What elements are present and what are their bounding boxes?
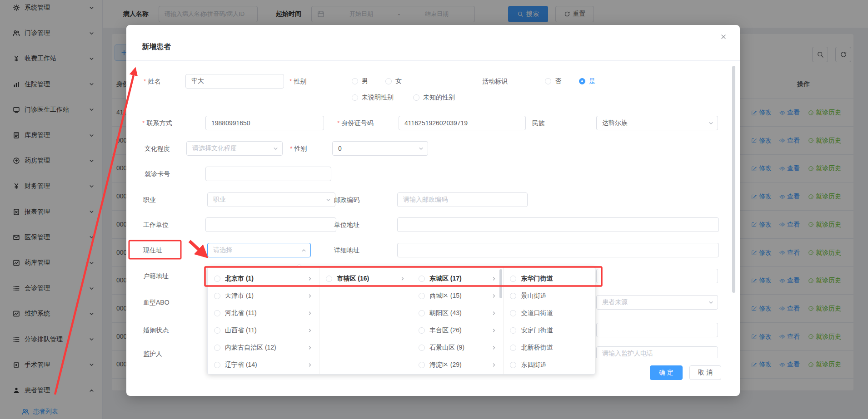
gender-radio-unstated[interactable]: 未说明性别 xyxy=(352,90,394,105)
radio-icon xyxy=(510,327,516,334)
cascader-column-1: 北京市 (1)天津市 (1)河北省 (11)山西省 (11)内蒙古自治区 (12… xyxy=(208,267,319,374)
chevron-right-icon xyxy=(307,362,313,368)
cascader-option[interactable]: 海淀区 (29) xyxy=(412,356,504,374)
cascader-option[interactable]: 河北省 (11) xyxy=(208,305,319,322)
cascader-option[interactable]: 市辖区 (16) xyxy=(319,270,412,287)
cascader-option[interactable]: 朝阳区 (43) xyxy=(412,305,504,322)
radio-icon xyxy=(214,345,220,351)
name-label: 姓名 xyxy=(144,74,160,89)
occupation-select[interactable]: 职业 xyxy=(207,192,335,207)
radio-icon xyxy=(510,362,516,368)
radio-icon xyxy=(419,293,425,299)
chevron-down-icon xyxy=(708,120,714,126)
name-input[interactable]: 牢大 xyxy=(185,74,284,89)
chevron-right-icon xyxy=(307,311,313,316)
radio-icon xyxy=(419,362,425,368)
radio-icon xyxy=(214,362,220,368)
cascader-option[interactable]: 内蒙古自治区 (12) xyxy=(208,339,319,356)
chevron-down-icon xyxy=(418,146,424,152)
current-address-cascader[interactable]: 请选择 xyxy=(207,243,311,257)
ethnicity-label: 民族 xyxy=(532,116,545,130)
contact-label: 联系方式 xyxy=(142,116,172,130)
detail-address-input[interactable] xyxy=(397,243,719,257)
occupation-label: 职业 xyxy=(143,192,156,207)
cascader-scrollbar[interactable] xyxy=(499,269,502,298)
active-flag-radio-yes[interactable]: 是 xyxy=(579,74,595,89)
chevron-right-icon xyxy=(491,311,497,316)
id-number-input[interactable]: 411625192602039719 xyxy=(399,116,526,130)
radio-icon xyxy=(510,310,516,316)
patient-source-select[interactable]: 患者来源 xyxy=(596,295,718,310)
detail-address-label: 详细地址 xyxy=(334,243,359,257)
contact-input[interactable]: 19880991650 xyxy=(205,116,324,130)
chevron-right-icon xyxy=(491,293,497,299)
chevron-down-icon xyxy=(325,197,331,203)
cascader-option[interactable]: 东城区 (17) xyxy=(412,270,504,287)
household-detail-input[interactable] xyxy=(596,269,718,283)
radio-icon xyxy=(214,293,220,299)
cascader-option[interactable]: 辽宁省 (14) xyxy=(208,356,319,374)
marital-detail-input[interactable] xyxy=(596,323,718,337)
chevron-right-icon xyxy=(400,276,405,281)
radio-icon xyxy=(419,276,425,282)
work-unit-input[interactable] xyxy=(205,217,336,232)
chevron-up-icon xyxy=(301,247,307,253)
chevron-right-icon xyxy=(491,345,497,350)
ethnicity-select[interactable]: 达斡尔族 xyxy=(596,116,718,130)
postal-code-label: 邮政编码 xyxy=(334,192,359,207)
confirm-button[interactable]: 确 定 xyxy=(650,365,683,380)
card-no-label: 就诊卡号 xyxy=(145,167,170,181)
active-flag-label: 活动标识 xyxy=(482,74,508,89)
blood-type-label: 血型ABO xyxy=(143,295,170,310)
cascader-option[interactable]: 丰台区 (26) xyxy=(412,322,504,339)
cascader-option[interactable]: 安定门街道 xyxy=(504,322,595,339)
chevron-right-icon xyxy=(307,328,313,333)
cascader-option[interactable]: 北新桥街道 xyxy=(504,339,595,356)
gender-radio-unknown[interactable]: 未知的性别 xyxy=(413,90,455,105)
cascader-column-4: 东华门街道景山街道交道口街道安定门街道北新桥街道东四街道 xyxy=(504,267,595,374)
cascader-panel: 北京市 (1)天津市 (1)河北省 (11)山西省 (11)内蒙古自治区 (12… xyxy=(208,267,595,374)
gender-radio-female[interactable]: 女 xyxy=(385,74,402,89)
radio-icon xyxy=(545,78,551,84)
cascader-option[interactable]: 交道口街道 xyxy=(504,305,595,322)
cascader-column-3: 东城区 (17)西城区 (15)朝阳区 (43)丰台区 (26)石景山区 (9)… xyxy=(412,267,504,374)
chevron-right-icon xyxy=(491,276,497,281)
radio-icon xyxy=(326,276,332,282)
radio-icon xyxy=(419,345,425,351)
active-flag-radio-no[interactable]: 否 xyxy=(545,74,561,89)
chevron-right-icon xyxy=(491,362,497,368)
screen: 系统管理门诊管理收费工作站住院管理门诊医生工作站库房管理药房管理财务管理报表管理… xyxy=(0,0,868,419)
gender2-select[interactable]: 0 xyxy=(332,141,428,156)
cancel-button[interactable]: 取 消 xyxy=(689,365,721,380)
gender-label: 性别 xyxy=(289,74,306,89)
household-address-label: 户籍地址 xyxy=(143,269,169,283)
cascader-column-2: 市辖区 (16) xyxy=(319,267,412,374)
chevron-right-icon xyxy=(307,345,313,350)
id-number-label: 身份证号码 xyxy=(337,116,373,130)
radio-icon xyxy=(419,310,425,316)
chevron-down-icon xyxy=(273,146,279,152)
cascader-option[interactable]: 东华门街道 xyxy=(504,270,595,287)
address-cascader-dropdown: 北京市 (1)天津市 (1)河北省 (11)山西省 (11)内蒙古自治区 (12… xyxy=(207,267,595,375)
card-no-input[interactable] xyxy=(205,167,331,181)
education-select[interactable]: 请选择文化程度 xyxy=(186,141,283,156)
cascader-option[interactable]: 西城区 (15) xyxy=(412,287,504,305)
cascader-option[interactable]: 天津市 (1) xyxy=(208,287,319,305)
close-icon[interactable] xyxy=(720,33,727,40)
gender2-label: 性别 xyxy=(290,141,307,156)
education-label: 文化程度 xyxy=(145,141,170,156)
chevron-right-icon xyxy=(491,328,497,333)
work-unit-label: 工作单位 xyxy=(143,217,169,232)
cascader-option[interactable]: 北京市 (1) xyxy=(208,270,319,287)
unit-address-input[interactable] xyxy=(397,217,719,232)
cascader-option[interactable]: 石景山区 (9) xyxy=(412,339,504,356)
postal-code-input[interactable]: 请输入邮政编码 xyxy=(397,192,528,207)
marital-status-label: 婚姻状态 xyxy=(143,323,169,337)
cascader-option[interactable]: 山西省 (11) xyxy=(208,322,319,339)
radio-icon xyxy=(413,94,419,101)
guardian-phone-input[interactable]: 请输入监护人电话 xyxy=(596,346,718,358)
gender-radio-male[interactable]: 男 xyxy=(352,74,368,89)
cascader-option[interactable]: 东四街道 xyxy=(504,356,595,374)
cascader-option[interactable]: 景山街道 xyxy=(504,287,595,305)
radio-icon xyxy=(510,345,516,351)
